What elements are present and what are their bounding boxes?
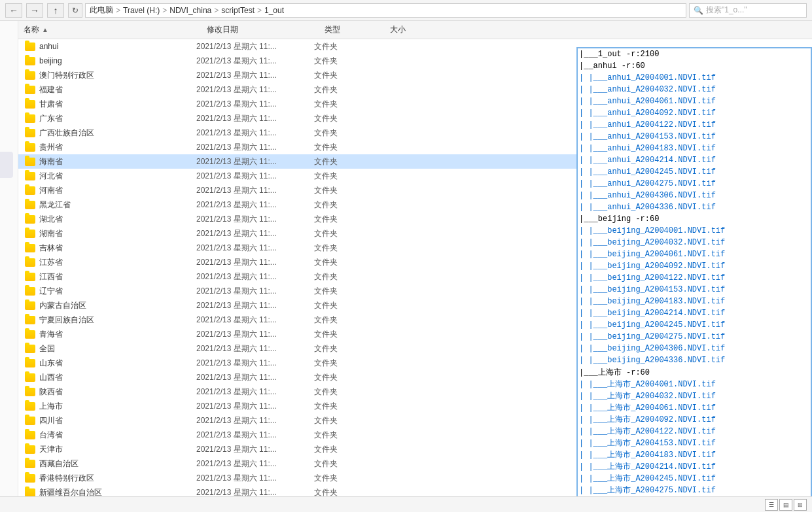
folder-icon xyxy=(24,257,37,267)
file-type: 文件夹 xyxy=(314,41,380,52)
file-type: 文件夹 xyxy=(314,56,380,67)
tree-text: |___1_out -r:2100 xyxy=(579,50,659,59)
tree-text: | |___beijing_A2004153.NDVI.tif xyxy=(579,285,725,294)
file-name: 新疆维吾尔自治区 xyxy=(39,487,196,497)
file-name: 上海市 xyxy=(39,401,196,412)
tree-line: | |___beijing_A2004183.NDVI.tif xyxy=(578,296,811,307)
status-bar: ☰ ▤ ⊞ xyxy=(0,496,812,512)
file-type: 文件夹 xyxy=(314,358,380,369)
folder-icon xyxy=(24,214,37,224)
file-date: 2021/2/13 星期六 11:... xyxy=(196,56,314,67)
file-name: 天津市 xyxy=(39,444,196,455)
sep4: > xyxy=(257,6,262,15)
tree-text: | |___beijing_A2004122.NDVI.tif xyxy=(579,273,725,282)
folder-icon xyxy=(24,372,37,383)
file-name: beijing xyxy=(39,56,196,65)
folder-icon xyxy=(24,430,37,440)
file-type: 文件夹 xyxy=(314,487,380,497)
file-type: 文件夹 xyxy=(314,458,380,469)
file-date: 2021/2/13 星期六 11:... xyxy=(196,113,314,124)
tree-text: | |___上海市_A2004183.NDVI.tif xyxy=(579,449,716,460)
folder-icon xyxy=(24,99,37,109)
view-toggle: ☰ ▤ ⊞ xyxy=(765,499,807,511)
nav-pane xyxy=(0,21,18,496)
tree-text: | |___beijing_A2004183.NDVI.tif xyxy=(579,297,725,306)
view-detail-button[interactable]: ▤ xyxy=(779,499,792,511)
folder-icon xyxy=(24,343,37,354)
tree-line: | |___anhui_A2004275.NDVI.tif xyxy=(578,178,811,190)
col-header-name[interactable]: 名称 ▲ xyxy=(24,24,207,35)
file-type: 文件夹 xyxy=(314,228,380,239)
refresh-button[interactable]: ↻ xyxy=(68,3,82,18)
breadcrumb-folder3: 1_out xyxy=(264,6,284,15)
file-type: 文件夹 xyxy=(314,444,380,455)
file-date: 2021/2/13 星期六 11:... xyxy=(196,185,314,196)
forward-button[interactable]: → xyxy=(26,3,43,18)
sep3: > xyxy=(214,6,219,15)
tree-line: |___beijing -r:60 xyxy=(578,213,811,225)
tree-text: | |___beijing_A2004306.NDVI.tif xyxy=(579,344,725,353)
file-name: 贵州省 xyxy=(39,142,196,153)
file-type: 文件夹 xyxy=(314,128,380,139)
file-name: 河北省 xyxy=(39,171,196,182)
tree-text: | |___anhui_A2004245.NDVI.tif xyxy=(579,167,716,177)
file-date: 2021/2/13 星期六 11:... xyxy=(196,70,314,81)
search-box[interactable]: 🔍 搜索"1_o..." xyxy=(689,3,807,18)
nav-indicator xyxy=(0,152,13,178)
back-button[interactable]: ← xyxy=(5,3,22,18)
tree-text: | |___上海市_A2004001.NDVI.tif xyxy=(579,379,716,390)
file-type: 文件夹 xyxy=(314,214,380,225)
tree-line: | |___anhui_A2004336.NDVI.tif xyxy=(578,201,811,213)
file-type: 文件夹 xyxy=(314,430,380,441)
file-date: 2021/2/13 星期六 11:... xyxy=(196,271,314,282)
file-type: 文件夹 xyxy=(314,99,380,110)
sep2: > xyxy=(162,6,167,15)
tree-text: | |___anhui_A2004092.NDVI.tif xyxy=(579,109,716,118)
file-date: 2021/2/13 星期六 11:... xyxy=(196,343,314,354)
col-header-size[interactable]: 大小 xyxy=(390,24,442,35)
file-type: 文件夹 xyxy=(314,329,380,340)
folder-icon xyxy=(24,329,37,339)
tree-text: | |___anhui_A2004183.NDVI.tif xyxy=(579,144,716,153)
file-type: 文件夹 xyxy=(314,113,380,124)
file-date: 2021/2/13 星期六 11:... xyxy=(196,473,314,484)
tree-line: | |___上海市_A2004153.NDVI.tif xyxy=(578,437,811,449)
file-date: 2021/2/13 星期六 11:... xyxy=(196,444,314,455)
folder-icon xyxy=(24,156,37,167)
file-name: 西藏自治区 xyxy=(39,458,196,469)
up-button[interactable]: ↑ xyxy=(47,3,64,18)
file-name: 黑龙江省 xyxy=(39,199,196,211)
file-type: 文件夹 xyxy=(314,199,380,211)
tree-line: | |___beijing_A2004092.NDVI.tif xyxy=(578,260,811,272)
file-name: 湖北省 xyxy=(39,214,196,225)
folder-icon xyxy=(24,243,37,253)
folder-icon xyxy=(24,386,37,397)
sort-arrow-icon: ▲ xyxy=(42,26,48,33)
tree-panel[interactable]: |___1_out -r:2100|__anhui -r:60| |___anh… xyxy=(576,47,812,496)
view-list-button[interactable]: ☰ xyxy=(765,499,778,511)
file-name: 内蒙古自治区 xyxy=(39,300,196,311)
tree-text: | |___beijing_A2004032.NDVI.tif xyxy=(579,238,725,247)
tree-text: | |___anhui_A2004275.NDVI.tif xyxy=(579,179,716,188)
file-date: 2021/2/13 星期六 11:... xyxy=(196,84,314,95)
tree-line: | |___上海市_A2004306.NDVI.tif xyxy=(578,496,811,496)
tree-line: | |___beijing_A2004032.NDVI.tif xyxy=(578,237,811,248)
tree-line: | |___beijing_A2004214.NDVI.tif xyxy=(578,307,811,319)
tree-text: | |___上海市_A2004306.NDVI.tif xyxy=(579,496,716,497)
tree-line: | |___beijing_A2004306.NDVI.tif xyxy=(578,343,811,354)
file-date: 2021/2/13 星期六 11:... xyxy=(196,142,314,153)
tree-line: | |___上海市_A2004092.NDVI.tif xyxy=(578,413,811,425)
file-type: 文件夹 xyxy=(314,84,380,95)
tree-text: | |___anhui_A2004061.NDVI.tif xyxy=(579,97,716,106)
file-type: 文件夹 xyxy=(314,243,380,254)
file-name: 广东省 xyxy=(39,113,196,124)
file-date: 2021/2/13 星期六 11:... xyxy=(196,128,314,139)
col-header-type[interactable]: 类型 xyxy=(325,24,390,35)
file-date: 2021/2/13 星期六 11:... xyxy=(196,430,314,441)
view-icon-button[interactable]: ⊞ xyxy=(794,499,807,511)
folder-icon xyxy=(24,171,37,181)
file-name: 甘肃省 xyxy=(39,99,196,110)
col-header-date[interactable]: 修改日期 xyxy=(207,24,325,35)
file-name: 湖南省 xyxy=(39,228,196,239)
address-bar[interactable]: 此电脑 > Travel (H:) > NDVI_china > scriptT… xyxy=(85,3,686,18)
